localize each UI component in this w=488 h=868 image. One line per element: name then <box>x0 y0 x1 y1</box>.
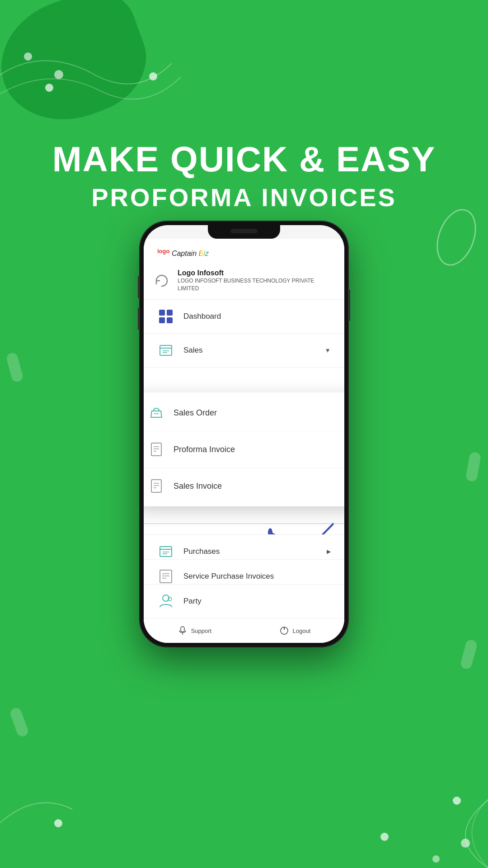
logo-captain: Captain <box>172 250 197 257</box>
sales-arrow: ▼ <box>324 347 331 354</box>
headline-sub: PROFORMA INVOICES <box>0 183 488 212</box>
nav-item-sales[interactable]: Sales ▼ <box>144 334 344 368</box>
logout-btn[interactable]: Logout <box>279 626 311 636</box>
app-logo: logo Captain Biz <box>144 239 344 262</box>
support-label: Support <box>191 627 212 634</box>
support-btn[interactable]: Support <box>178 626 212 636</box>
svg-rect-8 <box>160 345 172 355</box>
nav-item-dashboard[interactable]: Dashboard <box>144 300 344 334</box>
sales-invoice-icon <box>148 478 164 494</box>
volume-down-button <box>138 307 140 330</box>
bottom-bar: Support Logout <box>144 618 344 643</box>
bg-oval-decoration <box>429 203 483 271</box>
business-name: Logo Infosoft <box>178 269 331 277</box>
purchases-icon <box>157 543 174 560</box>
svg-point-2 <box>461 839 470 848</box>
logout-label: Logout <box>293 627 311 634</box>
sales-label: Sales <box>183 346 315 355</box>
bg-pill-right-bot <box>460 639 478 670</box>
headline-main: MAKE QUICK & EASY <box>0 140 488 179</box>
party-label: Party <box>183 597 331 606</box>
nav-item-party[interactable]: Party <box>144 584 344 618</box>
power-button <box>348 289 350 321</box>
dropdown-sales-invoice[interactable]: Sales Invoice <box>144 468 344 504</box>
svg-rect-7 <box>167 317 173 323</box>
phone-notch <box>208 225 280 239</box>
service-purchase-label: Service Purchase Invoices <box>183 572 331 581</box>
support-icon <box>178 626 188 636</box>
svg-point-1 <box>24 52 32 61</box>
svg-rect-34 <box>151 443 161 456</box>
bg-decoration-top <box>0 0 181 136</box>
dropdown-proforma-invoice[interactable]: Proforma Invoice <box>144 431 344 468</box>
svg-rect-5 <box>167 310 173 316</box>
bg-pill-right-mid <box>465 451 482 482</box>
svg-rect-29 <box>181 627 184 632</box>
party-icon <box>157 593 174 610</box>
bg-pill-left-bot <box>9 707 30 738</box>
sales-order-label: Sales Order <box>174 408 217 418</box>
business-info: Logo Infosoft LOGO INFOSOFT BUSINESS TEC… <box>144 262 344 300</box>
bg-decoration-bottom <box>352 755 488 868</box>
volume-up-button <box>138 276 140 298</box>
dashboard-label: Dashboard <box>183 312 331 321</box>
svg-rect-23 <box>160 570 172 583</box>
svg-rect-38 <box>151 480 161 492</box>
sales-icon <box>157 342 174 359</box>
service-purchase-icon <box>157 568 174 585</box>
purchases-arrow: ▶ <box>327 548 331 555</box>
bg-dot-1 <box>45 84 53 92</box>
phone-mockup: logo Captain Biz Logo Infosoft LOGO INFO… <box>140 222 348 646</box>
logo-biz: Biz <box>199 250 209 257</box>
logo-prefix: logo <box>157 248 169 255</box>
proforma-invoice-label: Proforma Invoice <box>174 445 235 454</box>
dashboard-icon <box>157 308 174 325</box>
svg-rect-6 <box>159 317 165 323</box>
sales-dropdown-panel: Sales Order Proforma Invoice <box>144 392 344 506</box>
logout-icon <box>279 626 289 636</box>
bg-dot-2 <box>149 72 157 80</box>
headline-section: MAKE QUICK & EASY PROFORMA INVOICES <box>0 140 488 212</box>
svg-rect-4 <box>159 310 165 316</box>
bg-decoration-bottom-left <box>0 755 90 823</box>
svg-rect-19 <box>160 547 172 557</box>
app-screen: logo Captain Biz Logo Infosoft LOGO INFO… <box>144 225 344 643</box>
sales-invoice-label: Sales Invoice <box>174 481 222 491</box>
proforma-invoice-icon <box>148 441 164 458</box>
business-full-name: LOGO INFOSOFT BUSINESS TECHNOLOGY PRIVAT… <box>178 277 331 292</box>
bg-pill-left-top <box>5 352 24 383</box>
svg-point-0 <box>54 70 63 79</box>
purchases-label: Purchases <box>183 547 318 556</box>
dropdown-sales-order[interactable]: Sales Order <box>144 395 344 431</box>
refresh-icon <box>153 272 171 290</box>
svg-point-3 <box>432 855 440 863</box>
basket-icon <box>148 405 164 421</box>
